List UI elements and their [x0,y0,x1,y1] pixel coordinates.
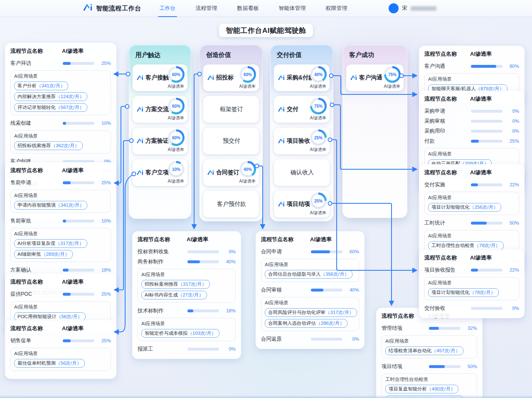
ai-scenario-tag[interactable]: 拜访记录智能转化 （567次/月） [14,103,87,112]
ai-scenario-tag[interactable]: AI辅助审批 （289次/月） [14,250,73,259]
nav-item[interactable]: 流程管理 [195,3,218,14]
ai-scenario-tag[interactable]: 内部解决方案推荐 （124次/月） [14,92,87,101]
stage-node-card[interactable]: 客户立项 10% AI渗透率 [133,159,187,186]
process-node-name: 合同申请 [261,248,311,255]
process-node-row[interactable]: 技术标制作 18% [138,306,236,316]
ai-logo-icon [137,106,144,112]
ai-scenario-tag[interactable]: 合同案例入选自动评估 （286次/月） [265,319,347,328]
ai-scenario-tag[interactable]: 结项检查清单自动化 （457次/月） [385,346,463,355]
process-node-row[interactable]: 销售促单 25% [10,336,111,346]
process-node-row[interactable]: 客户拜访 25% [10,58,111,68]
ai-scenario-tag[interactable]: 合同信息自动提取与录入 （356次/月） [265,270,352,279]
tag-name: 招投标案例推荐 [145,281,178,287]
tag-name: 客户分析 [17,83,37,89]
stage-node-name: 客户接触 [145,74,169,82]
penetration-bar-fill [63,62,71,65]
stage-node-card[interactable]: 项目验收 25% AI渗透率 [274,128,330,154]
ai-scenario-tag[interactable]: 申请内容智能预填 （341次/月） [14,201,87,210]
stage-node-card[interactable]: 客户沟通 75% AI渗透率 [346,64,404,91]
stage-node-name: 框架签订 [220,106,243,113]
process-node-row[interactable]: 商务标制作 40% [138,257,236,267]
process-node-row[interactable]: 交付验收 0% [424,303,519,313]
ai-scenario-tag[interactable]: 招投标线索推荐 （362次/月） [14,141,83,150]
process-node-row[interactable]: 交付实施 22% [424,180,519,190]
stage-node-card[interactable]: 采购&付款 40% AI渗透率 [274,64,330,91]
app-brand[interactable]: 智能流程工作台 [83,3,141,13]
process-node-row[interactable]: 投标资料收集 0% [138,247,236,257]
process-node-row[interactable]: 合同申请 60% [261,247,359,257]
tag-count: （457次/月） [432,348,460,354]
process-node-row[interactable]: 项目验收报告 22% [424,265,519,275]
process-node-row[interactable]: 采购审核 0% [424,116,519,126]
ai-scenario-tag[interactable]: POC用例智能设计 （56次/月） [14,312,86,321]
process-node-row[interactable]: 合同审核 40% [261,285,359,295]
process-node-name: 采购用印 [424,128,471,135]
penetration-bar [63,181,94,184]
process-node-row[interactable]: 付款 25% [424,136,519,146]
process-node-row[interactable]: 项目结项 50% [382,361,477,371]
penetration-value: 0% [219,249,236,254]
ai-scenario-tag[interactable]: 客户分析 （341次/月） [14,82,68,90]
tag-count: （317次/月） [55,240,84,247]
process-node-row[interactable]: 提供POC 25% [10,289,111,299]
stage-node-card[interactable]: 合同签订 40% AI渗透率 [203,159,259,186]
ai-scenario-tag[interactable]: 合同风险评分与自动化评审 （317次/月） [265,308,357,317]
ai-scenario-label: AI应用场景 [14,133,107,139]
user-avatar[interactable] [389,3,399,13]
ai-scenario-box: AI应用场景 AI分析项目复杂度 （317次/月） AI辅助审批 （289次/月… [10,228,111,262]
nav-item[interactable]: 权限管理 [325,3,348,14]
card-header: 流程节点名称 AI渗透率 [10,47,111,55]
penetration-bar-fill [311,289,323,292]
stage-node-card[interactable]: 确认收入 [274,159,330,186]
donut-percentage: 60% [172,104,180,109]
penetration-bar-fill [471,269,478,272]
ai-scenario-tag[interactable]: 招投标案例推荐 （317次/月） [141,280,210,289]
ai-scenario-tag[interactable]: 项目计划智能优化 （78次/月） [428,288,499,297]
process-node-row[interactable]: 合同返原 0% [261,334,359,344]
penetration-value: 32% [461,326,477,331]
stage-node-card[interactable]: 方案交流 60% AI渗透率 [133,96,187,123]
stage-node-card[interactable]: 框架签订 [203,96,259,123]
nav-item[interactable]: 智能体管理 [278,3,307,14]
process-node-row[interactable]: 报派工 0% [138,344,236,354]
stage-node-card[interactable]: 客户预付款 [203,191,259,218]
penetration-bar [471,222,502,225]
process-node-row[interactable]: 采购用印 0% [424,126,519,136]
process-node-name: 合同审核 [261,287,311,294]
stage-node-card[interactable]: 预交付 [203,128,259,154]
dashboard-title: 智能工作台AI赋能驾驶舱 [219,24,313,37]
process-node-row[interactable]: 工时统计 50% [424,218,519,228]
ai-scenario-tag[interactable]: AI分析项目复杂度 （317次/月） [14,239,87,248]
ai-scenario-tag[interactable]: 工时合理性自动检查 （78次/月） [428,241,504,250]
column-header-rate: AI渗透率 [470,169,519,176]
column-header-rate: AI渗透率 [470,50,519,58]
nav-item[interactable]: 工作台 [159,3,177,14]
process-node-row[interactable]: 线索创建 10% [10,118,111,128]
process-node-name: 报派工 [138,346,187,353]
ai-scenario-tag[interactable]: 智能定价与成本模拟 （103次/月） [141,329,219,338]
stage-node-card[interactable]: 方案验证 60% AI渗透率 [133,128,187,154]
ai-scenario-tag[interactable]: 项目复盘智能分析 （490次/月） [385,385,458,393]
nav-user[interactable]: 宋 [389,3,436,13]
process-node-row[interactable]: 售前申请 25% [10,178,111,188]
penetration-bar-fill [63,339,71,342]
ai-scenario-tag[interactable]: 最佳促单时机预测 （56次/月） [14,359,85,368]
ai-penetration-donut: 60% [168,66,185,83]
process-node-row[interactable]: 售前审批 10% [10,216,111,226]
stage-node-card[interactable]: 客户接触 60% AI渗透率 [133,64,187,91]
nav-item[interactable]: 数据看板 [236,3,260,14]
ai-scenario-tag[interactable]: AI标书内容生成 （27次/月） [141,291,207,299]
detail-card-sales-push: 流程节点名称 AI渗透率 销售促单 25% AI应用场景 最佳促单时机预测 （5… [5,320,116,379]
stage-node-card[interactable]: 交付 75% AI渗透率 [274,96,330,123]
stage-node-card[interactable]: 招投标 60% AI渗透率 [203,64,259,91]
process-node-row[interactable]: 客户沟通 80% [424,61,519,71]
tag-name: AI标书内容生成 [145,292,178,298]
process-node-name: 提供POC [10,291,63,298]
process-node-row[interactable]: 管理结项 32% [382,323,477,333]
ai-scenario-tag[interactable]: 项目计划智能优化 （256次/月） [428,203,501,212]
ai-logo-icon [137,170,144,176]
card-header: 流程节点名称 AI渗透率 [10,325,111,332]
process-node-row[interactable]: 采购申请 0% [424,106,519,116]
stage-node-card[interactable]: 项目结项 25% AI渗透率 [274,191,330,218]
ai-logo-icon [278,106,285,112]
